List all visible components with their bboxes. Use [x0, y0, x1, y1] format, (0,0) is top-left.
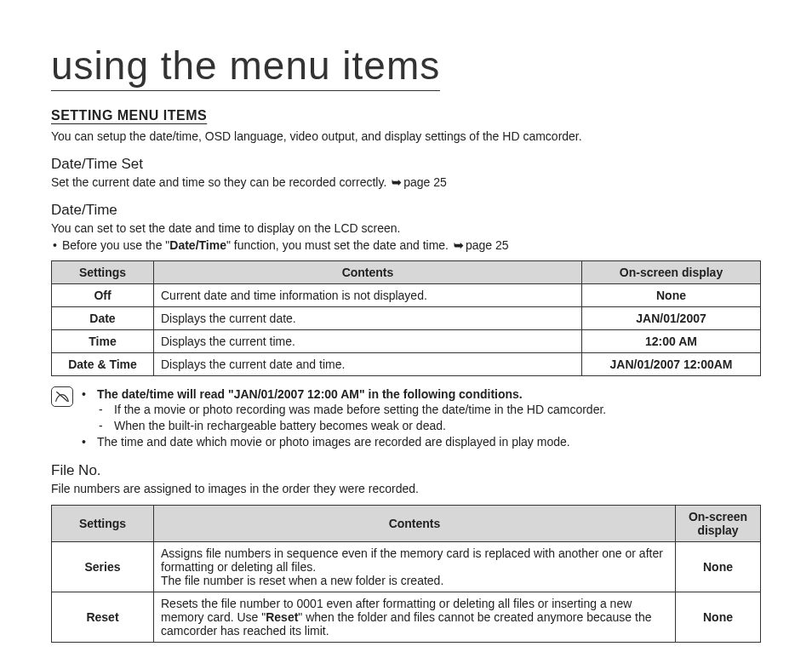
cell-setting: Series — [52, 542, 154, 592]
cell-osd: 12:00 AM — [582, 329, 761, 352]
th-contents: Contents — [154, 506, 676, 542]
datetime-set-body: Set the current date and time so they ca… — [51, 175, 390, 189]
note-icon — [51, 386, 73, 407]
th-settings: Settings — [52, 506, 154, 542]
bullet-icon: • — [51, 238, 57, 252]
cell-setting: Date & Time — [52, 352, 154, 375]
th-contents: Contents — [154, 260, 582, 283]
table-row: Off Current date and time information is… — [52, 283, 761, 306]
table-row: Reset Resets the file number to 0001 eve… — [52, 592, 761, 643]
cell-osd: JAN/01/2007 12:00AM — [582, 352, 761, 375]
note-subline: -If the a movie or photo recording was m… — [99, 402, 606, 418]
fileno-text: File numbers are assigned to images in t… — [51, 481, 761, 496]
datetime-set-heading: Date/Time Set — [51, 156, 761, 173]
note-subline: -When the built-in rechargeable battery … — [99, 418, 606, 434]
cell-contents: Displays the current date. — [154, 306, 582, 329]
table-datetime: Settings Contents On-screen display Off … — [51, 260, 761, 376]
cell-osd: None — [676, 592, 761, 643]
cell-contents: Resets the file number to 0001 even afte… — [154, 592, 676, 643]
table-row: Date Displays the current date. JAN/01/2… — [52, 306, 761, 329]
cell-contents: Current date and time information is not… — [154, 283, 582, 306]
datetime-bullet-bold: Date/Time — [169, 238, 226, 252]
datetime-bullet: • Before you use the "Date/Time" functio… — [51, 238, 761, 252]
th-settings: Settings — [52, 260, 154, 283]
fileno-heading: File No. — [51, 462, 761, 479]
cell-setting: Reset — [52, 592, 154, 643]
cell-setting: Time — [52, 329, 154, 352]
note-bold1: The date/time will read "JAN/01/2007 12:… — [97, 387, 523, 401]
th-osd: On-screen display — [582, 260, 761, 283]
table-fileno: Settings Contents On-screen display Seri… — [51, 505, 761, 643]
datetime-heading: Date/Time — [51, 202, 761, 219]
cell-osd: None — [676, 542, 761, 592]
arrow-icon: ➥ — [454, 238, 464, 252]
datetime-set-text: Set the current date and time so they ca… — [51, 174, 761, 190]
note-line: •The date/time will read "JAN/01/2007 12… — [82, 386, 761, 403]
section-heading: SETTING MENU ITEMS — [51, 108, 761, 123]
datetime-bullet-pageref: page 25 — [466, 238, 509, 252]
cell-osd: None — [582, 283, 761, 306]
datetime-line1: You can set to set the date and time to … — [51, 220, 761, 236]
cell-contents: Displays the current time. — [154, 329, 582, 352]
cell-setting: Date — [52, 306, 154, 329]
datetime-set-pageref: page 25 — [403, 175, 447, 189]
datetime-bullet-prefix: Before you use the " — [62, 238, 169, 252]
note-block: •The date/time will read "JAN/01/2007 12… — [51, 386, 761, 451]
page-title: using the menu items — [51, 43, 440, 91]
cell-setting: Off — [52, 283, 154, 306]
cell-contents: Displays the current date and time. — [154, 352, 582, 375]
table-row: Date & Time Displays the current date an… — [52, 352, 761, 375]
datetime-bullet-suffix: " function, you must set the date and ti… — [226, 238, 452, 252]
table-row: Time Displays the current time. 12:00 AM — [52, 329, 761, 352]
cell-contents: Assigns file numbers in sequence even if… — [154, 542, 676, 592]
intro-paragraph: You can setup the date/time, OSD languag… — [51, 129, 761, 144]
th-osd: On-screen display — [676, 506, 761, 542]
cell-osd: JAN/01/2007 — [582, 306, 761, 329]
note-line: •The time and date which movie or photo … — [82, 434, 761, 450]
table-row: Series Assigns file numbers in sequence … — [52, 542, 761, 592]
arrow-icon: ➥ — [392, 174, 402, 190]
